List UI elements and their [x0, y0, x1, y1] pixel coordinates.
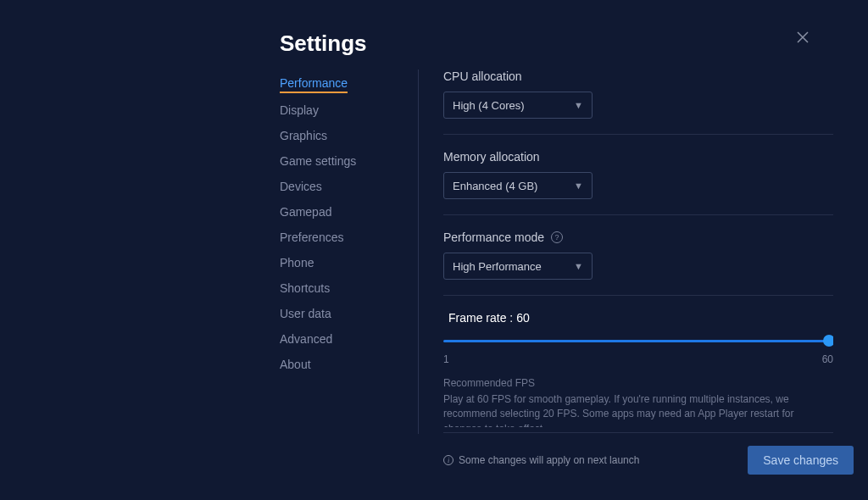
slider-range: 1 60 — [443, 353, 833, 365]
help-icon[interactable]: ? — [551, 231, 563, 243]
info-icon: i — [443, 455, 453, 465]
sidebar-item-game-settings[interactable]: Game settings — [280, 153, 415, 169]
sidebar-item-shortcuts[interactable]: Shortcuts — [280, 280, 415, 297]
memory-allocation-select[interactable]: Enhanced (4 GB) ▼ — [443, 172, 593, 199]
slider-max: 60 — [822, 353, 833, 365]
sidebar-item-graphics[interactable]: Graphics — [280, 127, 415, 144]
sidebar-item-advanced[interactable]: Advanced — [280, 331, 415, 347]
recommended-fps-title: Recommended FPS — [443, 377, 833, 389]
divider — [443, 432, 833, 433]
sidebar-item-preferences[interactable]: Preferences — [280, 229, 415, 246]
sidebar-item-phone[interactable]: Phone — [280, 254, 415, 271]
cpu-allocation-label: CPU allocation — [443, 69, 833, 83]
divider — [443, 295, 833, 296]
footer-note-text: Some changes will apply on next launch — [459, 454, 639, 466]
vertical-divider — [418, 69, 419, 434]
performance-mode-value: High Performance — [453, 260, 542, 273]
memory-allocation-value: Enhanced (4 GB) — [453, 180, 537, 192]
chevron-down-icon: ▼ — [574, 181, 583, 191]
close-icon — [796, 31, 810, 44]
divider — [443, 134, 833, 135]
page-title: Settings — [280, 31, 367, 57]
cpu-allocation-value: High (4 Cores) — [453, 99, 525, 112]
sidebar-item-performance[interactable]: Performance — [280, 75, 348, 93]
content-pane: CPU allocation High (4 Cores) ▼ Memory a… — [443, 69, 833, 427]
sidebar: Performance Display Graphics Game settin… — [280, 75, 415, 373]
slider-min: 1 — [443, 353, 449, 365]
recommended-fps-text: Play at 60 FPS for smooth gameplay. If y… — [443, 392, 833, 427]
sidebar-item-user-data[interactable]: User data — [280, 305, 415, 322]
close-button[interactable] — [796, 31, 820, 54]
sidebar-item-about[interactable]: About — [280, 356, 415, 373]
cpu-allocation-select[interactable]: High (4 Cores) ▼ — [443, 92, 593, 119]
sidebar-item-gamepad[interactable]: Gamepad — [280, 203, 415, 220]
memory-allocation-label: Memory allocation — [443, 150, 833, 164]
frame-rate-slider[interactable] — [443, 335, 830, 347]
divider — [443, 214, 833, 215]
sidebar-item-devices[interactable]: Devices — [280, 178, 415, 195]
slider-track — [443, 340, 830, 342]
chevron-down-icon: ▼ — [574, 100, 583, 110]
settings-modal: Settings Performance Display Graphics Ga… — [131, 0, 843, 500]
chevron-down-icon: ▼ — [574, 261, 583, 271]
footer: i Some changes will apply on next launch… — [443, 441, 854, 480]
frame-rate-label: Frame rate : 60 — [443, 311, 833, 325]
slider-thumb[interactable] — [823, 335, 833, 347]
save-changes-button[interactable]: Save changes — [748, 446, 854, 475]
sidebar-item-display[interactable]: Display — [280, 102, 415, 119]
performance-mode-label: Performance mode ? — [443, 231, 833, 244]
performance-mode-select[interactable]: High Performance ▼ — [443, 253, 593, 280]
footer-note: i Some changes will apply on next launch — [443, 454, 639, 466]
